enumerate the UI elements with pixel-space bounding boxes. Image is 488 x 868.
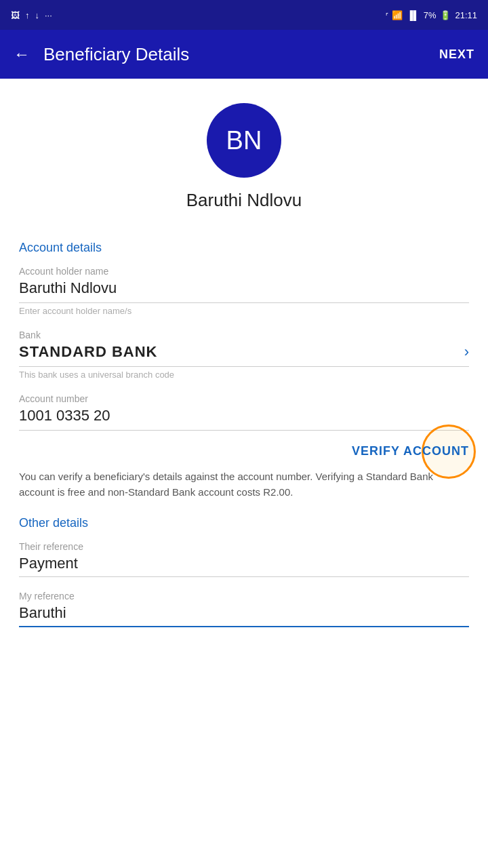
my-reference-label: My reference bbox=[19, 591, 469, 601]
back-button[interactable]: ← bbox=[14, 45, 30, 64]
app-bar: ← Beneficiary Details NEXT bbox=[0, 30, 488, 79]
account-details-title: Account details bbox=[19, 241, 469, 255]
more-icon: ··· bbox=[45, 10, 52, 20]
chevron-right-icon: › bbox=[464, 343, 469, 361]
wifi-icon: 📶 bbox=[392, 10, 403, 20]
page-title: Beneficiary Details bbox=[43, 44, 439, 65]
status-bar-left: 🖼 ↑ ↓ ··· bbox=[11, 10, 52, 20]
account-number-field: Account number 1001 0335 20 bbox=[19, 393, 469, 431]
verify-account-row: VERIFY ACCOUNT bbox=[19, 444, 469, 458]
bank-row[interactable]: STANDARD BANK › bbox=[19, 343, 469, 367]
their-reference-input[interactable] bbox=[19, 555, 469, 577]
account-holder-name-value: Baruthi Ndlovu bbox=[19, 279, 469, 303]
account-holder-name-field: Account holder name Baruthi Ndlovu Enter… bbox=[19, 266, 469, 316]
bank-field: Bank STANDARD BANK › This bank uses a un… bbox=[19, 330, 469, 380]
account-number-value: 1001 0335 20 bbox=[19, 407, 469, 431]
next-button[interactable]: NEXT bbox=[439, 47, 474, 62]
bank-value: STANDARD BANK bbox=[19, 343, 157, 361]
my-reference-field: My reference bbox=[19, 591, 469, 627]
their-reference-label: Their reference bbox=[19, 541, 469, 552]
verify-info-text: You can verify a beneficiary's details a… bbox=[19, 469, 469, 500]
download-icon: ↓ bbox=[35, 10, 40, 20]
upload-icon: ↑ bbox=[25, 10, 30, 20]
other-details-title: Other details bbox=[19, 516, 469, 530]
battery-percent: 7% bbox=[424, 10, 436, 20]
time: 21:11 bbox=[455, 10, 477, 20]
signal-icon: ▐▌ bbox=[407, 10, 419, 20]
avatar: BN bbox=[207, 103, 281, 178]
account-holder-name-hint: Enter account holder name/s bbox=[19, 306, 469, 316]
status-bar: 🖼 ↑ ↓ ··· ʳ 📶 ▐▌ 7% 🔋 21:11 bbox=[0, 0, 488, 30]
beneficiary-name: Baruthi Ndlovu bbox=[186, 190, 302, 211]
avatar-initials: BN bbox=[226, 126, 262, 155]
avatar-section: BN Baruthi Ndlovu bbox=[0, 79, 488, 224]
bank-label: Bank bbox=[19, 330, 469, 340]
account-number-label: Account number bbox=[19, 393, 469, 404]
verify-account-button[interactable]: VERIFY ACCOUNT bbox=[352, 444, 469, 458]
my-reference-input[interactable] bbox=[19, 604, 469, 627]
image-icon: 🖼 bbox=[11, 10, 20, 20]
bluetooth-icon: ʳ bbox=[384, 10, 388, 20]
bank-hint: This bank uses a universal branch code bbox=[19, 370, 469, 380]
content-area: Account details Account holder name Baru… bbox=[0, 241, 488, 627]
account-holder-name-label: Account holder name bbox=[19, 266, 469, 277]
battery-icon: 🔋 bbox=[440, 10, 451, 20]
status-bar-right: ʳ 📶 ▐▌ 7% 🔋 21:11 bbox=[384, 10, 477, 20]
their-reference-field: Their reference bbox=[19, 541, 469, 577]
